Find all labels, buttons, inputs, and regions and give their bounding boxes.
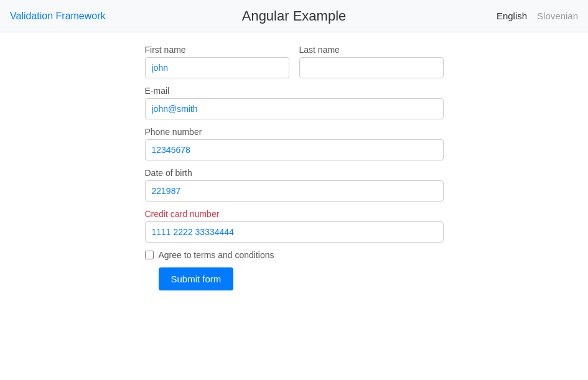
dob-group: Date of birth <box>145 168 444 202</box>
credit-card-input[interactable] <box>145 221 444 243</box>
lang-english[interactable]: English <box>497 11 527 21</box>
terms-row: Agree to terms and conditions <box>145 250 444 260</box>
last-name-label: Last name <box>299 45 444 55</box>
first-name-group: First name <box>145 45 289 78</box>
first-name-label: First name <box>145 45 289 55</box>
email-label: E-mail <box>145 86 444 96</box>
phone-label: Phone number <box>145 127 444 137</box>
name-row: First name Last name <box>145 45 444 78</box>
email-input[interactable] <box>145 98 444 119</box>
terms-checkbox[interactable] <box>145 251 154 259</box>
page-title: Angular Example <box>242 8 347 24</box>
main-content: First name Last name E-mail Phone number… <box>0 32 588 380</box>
email-group: E-mail <box>145 86 444 119</box>
phone-group: Phone number <box>145 127 444 160</box>
dob-label: Date of birth <box>145 168 444 178</box>
lang-slovenian[interactable]: Slovenian <box>537 11 578 21</box>
brand-logo: Validation Framework <box>10 11 106 22</box>
brand-highlight: Framework <box>56 11 106 21</box>
brand-prefix: Validation <box>10 11 56 21</box>
first-name-input[interactable] <box>145 57 289 78</box>
terms-label: Agree to terms and conditions <box>159 250 274 260</box>
navbar: Validation Framework Angular Example Eng… <box>0 0 588 32</box>
dob-input[interactable] <box>145 180 444 202</box>
last-name-group: Last name <box>299 45 444 78</box>
last-name-input[interactable] <box>299 57 444 78</box>
language-links: English Slovenian <box>497 11 578 21</box>
form-container: First name Last name E-mail Phone number… <box>145 45 444 380</box>
phone-input[interactable] <box>145 139 444 160</box>
submit-button[interactable]: Submit form <box>159 267 234 290</box>
credit-card-group: Credit card number <box>145 209 444 243</box>
credit-card-label: Credit card number <box>145 209 444 219</box>
